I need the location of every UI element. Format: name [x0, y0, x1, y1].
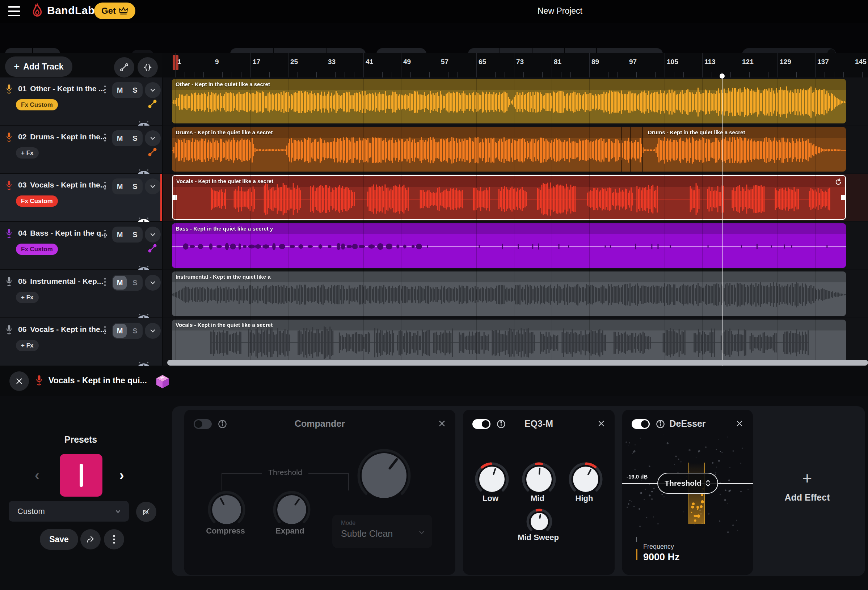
- track-menu-icon[interactable]: [103, 85, 106, 94]
- solo-button[interactable]: S: [128, 228, 142, 242]
- track-row-01[interactable]: 01Other - Kept in the ...MSFx CustomLR: [0, 77, 162, 125]
- preset-cube-icon[interactable]: [155, 373, 170, 389]
- automation-icon[interactable]: [148, 148, 157, 157]
- bar-number: 33: [328, 58, 335, 66]
- mute-button[interactable]: M: [113, 131, 127, 145]
- audio-clip[interactable]: Bass - Kept in the quiet like a secret y: [172, 223, 846, 268]
- timeline-ruler[interactable]: 1917253341495765738189971051131211291371…: [163, 53, 868, 77]
- audio-clip[interactable]: Drums - Kept in the quiet like a secretD…: [172, 127, 846, 171]
- horizontal-scrollbar[interactable]: [167, 360, 868, 366]
- fx-badge[interactable]: Fx Custom: [16, 99, 58, 111]
- fx-badge[interactable]: + Fx: [16, 292, 39, 303]
- solo-button[interactable]: S: [128, 83, 142, 97]
- mode-dropdown[interactable]: Mode Subtle Clean: [332, 515, 432, 548]
- track-row-03[interactable]: 03Vocals - Kept in the...MSFx CustomLR: [0, 174, 162, 221]
- track-lane-3[interactable]: Vocals - Kept in the quiet like a secret: [163, 174, 868, 221]
- track-menu-icon[interactable]: [103, 277, 106, 287]
- track-row-06[interactable]: 06Vocals - Kept in the...MS+ FxLR: [0, 318, 162, 366]
- audio-clip[interactable]: Instrumental - Kept in the quiet like a: [172, 271, 846, 316]
- track-expand-button[interactable]: [145, 323, 161, 339]
- mic-icon: [5, 324, 13, 336]
- preset-more-button[interactable]: [104, 529, 124, 549]
- mute-button[interactable]: M: [113, 228, 127, 242]
- track-lane-5[interactable]: Instrumental - Kept in the quiet like a: [163, 270, 868, 317]
- preset-prev-button[interactable]: ‹: [35, 468, 40, 483]
- automation-icon[interactable]: [148, 243, 157, 253]
- track-expand-button[interactable]: [145, 275, 161, 291]
- track-menu-icon[interactable]: [103, 133, 106, 142]
- playhead[interactable]: [722, 74, 722, 366]
- collapse-tracks-button[interactable]: [137, 57, 158, 77]
- remove-effect-button[interactable]: [438, 419, 446, 428]
- track-row-05[interactable]: 05Instrumental - Kep...MS+ FxLR: [0, 270, 162, 317]
- track-expand-button[interactable]: [145, 130, 161, 146]
- audio-clip[interactable]: Vocals - Kept in the quiet like a secret: [172, 175, 846, 220]
- track-expand-button[interactable]: [145, 227, 161, 242]
- bar-number: 73: [516, 58, 524, 66]
- threshold-control[interactable]: Threshold: [657, 473, 718, 494]
- share-preset-button[interactable]: [80, 529, 100, 549]
- get-membership-button[interactable]: Get: [94, 3, 135, 19]
- frequency-marker[interactable]: [636, 549, 638, 560]
- eq-low-knob[interactable]: [475, 462, 509, 497]
- preset-next-button[interactable]: ›: [120, 468, 124, 483]
- expand-knob[interactable]: [273, 490, 311, 529]
- bar-number: 17: [252, 58, 260, 66]
- mic-icon: [5, 83, 13, 95]
- mute-button[interactable]: M: [113, 180, 127, 193]
- track-expand-button[interactable]: [145, 82, 161, 98]
- mute-button[interactable]: M: [113, 83, 127, 97]
- bar-number: 121: [742, 58, 754, 66]
- mute-button[interactable]: M: [113, 324, 127, 338]
- track-lane-2[interactable]: Drums - Kept in the quiet like a secretD…: [163, 125, 868, 173]
- fx-badge[interactable]: + Fx: [16, 340, 39, 351]
- bypass-all-fx-button[interactable]: Fx: [136, 502, 156, 522]
- track-row-04[interactable]: 04Bass - Kept in the q...MSFx CustomLR: [0, 222, 162, 269]
- logo-text: BandLab: [47, 4, 95, 17]
- track-lane-6[interactable]: Vocals - Kept in the quiet like a secret: [163, 318, 868, 366]
- preset-tile[interactable]: [60, 454, 102, 497]
- track-expand-button[interactable]: [145, 178, 161, 195]
- track-name: 02Drums - Kept in the...: [18, 133, 107, 141]
- track-row-02[interactable]: 02Drums - Kept in the...MS+ FxLR: [0, 125, 162, 173]
- track-name: 04Bass - Kept in the q...: [18, 229, 108, 237]
- fx-badge[interactable]: Fx Custom: [16, 195, 58, 206]
- flame-icon: [30, 3, 44, 18]
- automation-icon[interactable]: [148, 99, 157, 109]
- audio-clip[interactable]: Vocals - Kept in the quiet like a secret: [172, 320, 846, 364]
- eq-mid-sweep-knob[interactable]: [526, 508, 553, 535]
- add-track-button[interactable]: +Add Track: [5, 56, 72, 77]
- mute-button[interactable]: M: [113, 276, 127, 289]
- crown-icon: [119, 7, 128, 15]
- fx-badge[interactable]: + Fx: [16, 148, 39, 159]
- remove-effect-button[interactable]: [597, 419, 605, 428]
- add-effect-button[interactable]: + Add Effect: [780, 470, 834, 503]
- track-menu-icon[interactable]: [103, 325, 106, 335]
- automation-mode-button[interactable]: [114, 57, 134, 77]
- clip-left-handle[interactable]: [172, 195, 177, 200]
- timeline[interactable]: 1917253341495765738189971051131211291371…: [163, 53, 868, 366]
- clip-right-handle[interactable]: [841, 195, 846, 200]
- preset-dropdown[interactable]: Custom: [9, 501, 129, 522]
- eq-high-knob[interactable]: [568, 462, 603, 497]
- bar-number: 9: [215, 58, 219, 66]
- close-panel-button[interactable]: [9, 372, 29, 391]
- track-menu-icon[interactable]: [103, 181, 106, 190]
- track-lane-1[interactable]: Other - Kept in the quiet like a secret: [163, 77, 868, 125]
- clip-loop-icon[interactable]: [834, 178, 842, 186]
- fx-badge[interactable]: Fx Custom: [16, 243, 58, 255]
- remove-effect-button[interactable]: [735, 419, 744, 428]
- audio-clip[interactable]: Other - Kept in the quiet like a secret: [172, 79, 846, 124]
- menu-icon[interactable]: [8, 6, 20, 16]
- bandlab-logo[interactable]: BandLab: [30, 3, 95, 18]
- solo-button[interactable]: S: [128, 276, 142, 289]
- solo-button[interactable]: S: [128, 324, 142, 338]
- save-preset-button[interactable]: Save: [40, 529, 78, 550]
- compress-knob[interactable]: [207, 490, 246, 529]
- solo-button[interactable]: S: [128, 131, 142, 145]
- solo-button[interactable]: S: [128, 180, 142, 193]
- track-menu-icon[interactable]: [103, 229, 106, 239]
- track-lane-4[interactable]: Bass - Kept in the quiet like a secret y: [163, 222, 868, 269]
- makeup-gain-knob[interactable]: [357, 448, 411, 503]
- eq-mid-knob[interactable]: [522, 462, 557, 497]
